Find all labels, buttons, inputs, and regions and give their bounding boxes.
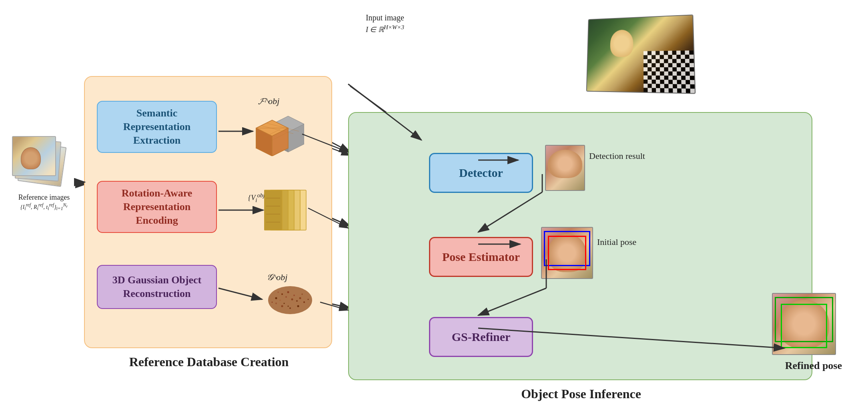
ref-db-title: Reference Database Creation [85,355,333,369]
svg-point-39 [275,297,277,299]
feature-stack-svg [264,188,308,236]
point-cloud-svg [264,280,316,320]
pose-estimator-label: Pose Estimator [442,250,520,264]
svg-point-58 [288,306,289,307]
f-obj-label: 𝓕^obj [258,96,279,106]
ref-images-math: {Iiref, Riref, tiref}i=1Nr [12,202,76,212]
svg-point-50 [285,296,287,298]
svg-point-45 [297,305,299,307]
gs-refiner-box: GS-Refiner [429,317,533,357]
svg-point-54 [272,302,273,303]
initial-pose-label: Initial pose [597,237,636,247]
svg-point-49 [280,300,281,301]
input-image-inner [587,15,695,93]
svg-point-52 [296,300,298,302]
pose-estimator-box: Pose Estimator [429,237,533,277]
svg-point-51 [291,299,293,301]
detector-box: Detector [429,153,533,193]
ref-db-title-text: Reference Database Creation [129,355,289,369]
gs-refiner-label: GS-Refiner [452,330,511,344]
gaussian-module-label: 3D Gaussian Object Reconstruction [106,273,208,301]
refined-pose-label: Refined pose [785,360,842,372]
feature-stack [264,188,308,238]
input-image-label: Input image I ∈ ℝH×W×3 [366,12,404,35]
ref-img-stack [12,136,64,188]
ref-images-text: Reference images [12,193,76,202]
refined-pose-text: Refined pose [785,360,842,371]
feature-cube-svg [252,108,304,156]
gaussian-module: 3D Gaussian Object Reconstruction [97,265,217,309]
svg-point-41 [287,291,289,293]
pose-inference-title-text: Object Pose Inference [521,387,641,401]
input-image-wrapper: Input image I ∈ ℝH×W×3 [292,8,400,84]
semantic-module: Semantic Representation Extraction [97,101,217,153]
svg-point-53 [284,303,285,304]
svg-point-42 [293,295,295,296]
svg-point-47 [281,305,283,307]
detection-result-text: Detection result [589,151,645,161]
checker-pattern [643,50,695,93]
ref-img-card [12,136,56,176]
input-image-text: Input image [366,13,404,22]
rotation-module-label: Rotation-Aware Representation Encoding [106,186,208,227]
svg-point-38 [268,286,312,314]
reference-images: Reference images {Iiref, Riref, tiref}i=… [12,136,76,208]
svg-point-56 [278,292,279,293]
semantic-module-label: Semantic Representation Extraction [106,106,208,147]
point-cloud [264,280,316,322]
pose-inference-title: Object Pose Inference [349,387,813,401]
detector-label: Detector [459,166,503,180]
ref-images-label: Reference images {Iiref, Riref, tiref}i=… [12,193,76,212]
detection-result-label: Detection result [589,151,645,161]
svg-point-40 [281,293,283,295]
input-image [586,14,696,94]
svg-point-55 [308,299,309,300]
svg-rect-33 [264,190,282,230]
detection-thumb [545,145,585,191]
svg-point-43 [299,297,301,299]
f-obj-text: 𝓕^obj [258,96,279,106]
svg-point-57 [302,294,303,295]
initial-pose-thumb [541,227,593,279]
initial-pose-text: Initial pose [597,237,636,247]
svg-point-46 [289,307,291,309]
diagram-container: Reference images {Iiref, Riref, tiref}i=… [0,0,868,407]
feature-cube [252,108,304,158]
rotation-module: Rotation-Aware Representation Encoding [97,181,217,233]
svg-point-44 [303,301,305,303]
input-image-math: I ∈ ℝH×W×3 [366,26,404,34]
pose-inference-box: Detector Pose Estimator GS-Refiner Detec… [348,112,812,380]
refined-pose-thumb [772,293,836,355]
svg-point-48 [275,303,277,304]
